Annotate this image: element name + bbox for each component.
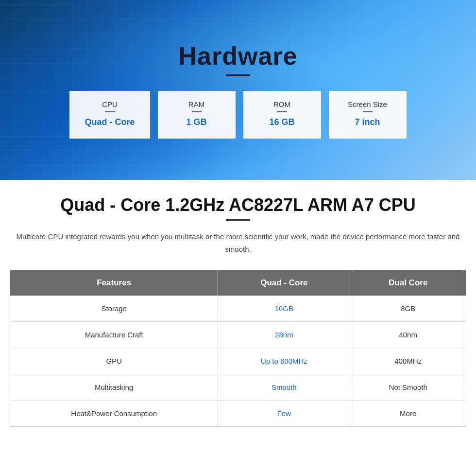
spec-card-ram: RAM 1 GB: [158, 91, 236, 139]
table-cell-dual: 8GB: [350, 296, 466, 322]
hero-title-divider: [226, 74, 250, 76]
spec-card-screen: Screen Size 7 inch: [329, 91, 407, 139]
spec-rom-value: 16 GB: [258, 117, 306, 127]
table-cell-dual: Not Smooth: [350, 374, 466, 401]
spec-screen-divider: [363, 111, 373, 112]
table-row: MultitaskingSmoothNot Smooth: [10, 374, 466, 401]
spec-cpu-divider: [105, 111, 115, 112]
spec-cpu-value: Quad - Core: [85, 117, 135, 127]
table-cell-quad: Few: [218, 401, 350, 427]
spec-cpu-label: CPU: [85, 100, 135, 108]
table-cell-quad: Smooth: [218, 374, 350, 401]
table-row: GPUUp to 600MHz400MHz: [10, 348, 466, 374]
table-row: Heat&Power ConsumptionFewMore: [10, 401, 466, 427]
table-row: Storage16GB8GB: [10, 296, 466, 322]
table-cell-feature: Heat&Power Consumption: [10, 401, 218, 427]
main-content: Quad - Core 1.2GHz AC8227L ARM A7 CPU Mu…: [0, 180, 476, 446]
table-cell-feature: Multitasking: [10, 374, 218, 401]
table-cell-dual: 40nm: [350, 322, 466, 348]
table-cell-dual: 400MHz: [350, 348, 466, 374]
product-title: Quad - Core 1.2GHz AC8227L ARM A7 CPU: [10, 194, 466, 215]
table-cell-quad: 28nm: [218, 322, 350, 348]
col-header-features: Features: [10, 270, 218, 296]
product-description: Multicore CPU integrated rewards you whe…: [15, 230, 461, 255]
spec-card-cpu: CPU Quad - Core: [69, 91, 150, 139]
col-header-quad: Quad - Core: [218, 270, 350, 296]
spec-screen-label: Screen Size: [344, 100, 391, 108]
hero-overlay: [0, 0, 476, 180]
specs-row: CPU Quad - Core RAM 1 GB ROM 16 GB Scree…: [69, 91, 406, 139]
spec-ram-label: RAM: [173, 100, 221, 108]
table-header-row: Features Quad - Core Dual Core: [10, 270, 466, 296]
table-cell-feature: GPU: [10, 348, 218, 374]
hero-title: Hardware: [179, 41, 298, 70]
table-row: Manufacture Craft28nm40nm: [10, 322, 466, 348]
spec-ram-divider: [192, 111, 202, 112]
hero-section: Hardware CPU Quad - Core RAM 1 GB ROM 16…: [0, 0, 476, 180]
comparison-table: Features Quad - Core Dual Core Storage16…: [10, 270, 466, 427]
spec-rom-divider: [277, 111, 287, 112]
table-cell-feature: Storage: [10, 296, 218, 322]
table-cell-quad: Up to 600MHz: [218, 348, 350, 374]
table-cell-quad: 16GB: [218, 296, 350, 322]
spec-screen-value: 7 inch: [344, 117, 391, 127]
spec-card-rom: ROM 16 GB: [243, 91, 321, 139]
spec-ram-value: 1 GB: [173, 117, 221, 127]
product-title-divider: [226, 219, 250, 221]
spec-rom-label: ROM: [258, 100, 306, 108]
table-cell-feature: Manufacture Craft: [10, 322, 218, 348]
col-header-dual: Dual Core: [350, 270, 466, 296]
table-cell-dual: More: [350, 401, 466, 427]
